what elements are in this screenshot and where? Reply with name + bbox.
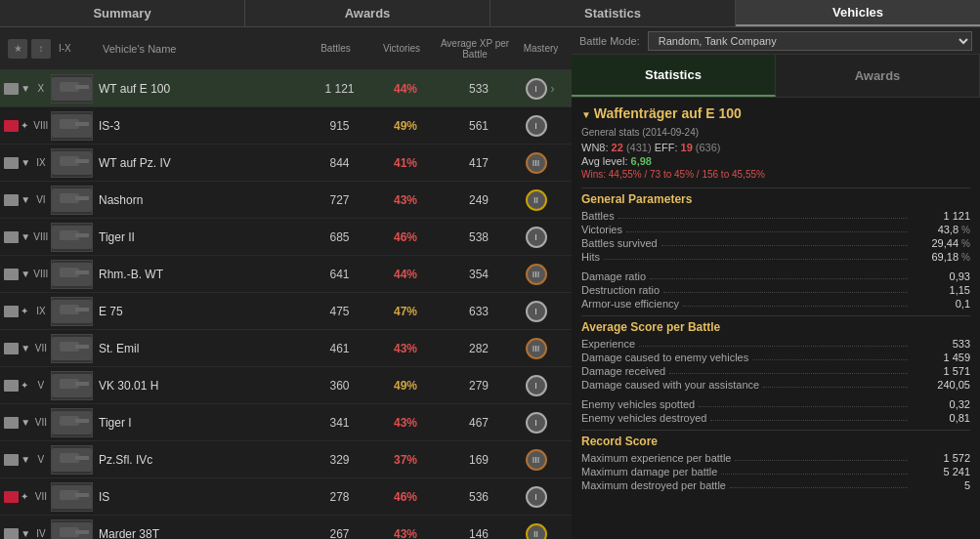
stat-dotted [650,270,908,279]
mastery-badge: I [526,375,547,396]
stat-row: Maximum damage per battle 5 241 [581,466,970,477]
type-icon: ▼ [21,231,30,242]
vehicle-row[interactable]: ▼ IX WT auf Pz. IV 844 41% 417 III [0,145,572,182]
vehicle-row[interactable]: ✦ VII IS 278 46% 536 I [0,478,572,516]
col-victories[interactable]: Victories [367,43,436,54]
mastery-badge: III [526,152,547,174]
type-icon: ✦ [21,120,30,131]
vehicle-name: Tiger I [93,416,308,430]
vehicle-victories: 46% [371,230,440,244]
vehicle-battles: 475 [308,305,371,318]
tank-shape [52,374,92,397]
vehicle-victories: 47% [371,305,440,318]
battle-mode-select[interactable]: Random, Tank Company [648,31,972,51]
vehicle-victories: 49% [371,119,440,133]
tier-badge: IX [32,306,49,316]
ussr-flag [4,491,19,503]
type-icon: ▼ [21,194,30,205]
vehicle-row[interactable]: ▼ VI Nashorn 727 43% 249 II [0,182,572,219]
vehicle-battles: 1 121 [308,82,371,96]
germany-flag [4,454,19,466]
vehicle-battles: 329 [308,453,371,467]
vehicle-row[interactable]: ▼ VIII Rhm.-B. WT 641 44% 354 III [0,256,572,293]
tier-badge: IX [32,157,49,168]
tank-thumbnail [51,519,93,540]
vehicle-battles: 915 [308,119,371,133]
vehicle-mastery: I [518,301,572,322]
vehicle-row[interactable]: ▼ X WT auf E 100 1 121 44% 533 I › [0,70,572,107]
vehicle-row[interactable]: ✦ VIII IS-3 915 49% 561 I [0,107,572,145]
stats-sections: General Parameters Battles 1 121 Victori… [581,187,970,491]
stat-row: Damage caused to enemy vehicles 1 459 [581,352,970,363]
col-battles[interactable]: Battles [304,43,367,54]
vehicle-row[interactable]: ▼ VII St. Emil 461 43% 282 III [0,330,572,367]
stat-row: Damage received 1 571 [581,365,970,377]
vehicle-row[interactable]: ▼ VII Tiger I 341 43% 467 I [0,404,572,441]
vehicle-row[interactable]: ✦ IX E 75 475 47% 633 I [0,293,572,330]
stat-label: Maximum destroyed per battle [581,479,726,491]
sub-tabs: Statistics Awards [572,55,980,98]
vehicle-mastery: I [518,115,572,137]
stats-content: Waffenträger auf E 100 General stats (20… [572,98,980,539]
stat-row: Damage caused with your assistance 240,0… [581,379,970,391]
tier-badge: X [32,83,49,94]
vehicle-victories: 43% [371,342,440,355]
tank-thumbnail [51,445,93,475]
vehicle-mastery: I › [518,78,572,100]
vehicle-mastery: I [518,412,572,434]
sort-icon[interactable]: ↕ [31,39,51,59]
tank-thumbnail [51,74,93,104]
vehicle-row[interactable]: ▼ VIII Tiger II 685 46% 538 I [0,219,572,256]
tank-shape [52,151,92,175]
type-icon: ▼ [21,157,30,168]
stat-dotted [669,365,908,374]
general-stats-header: General stats (2014-09-24) [581,127,970,138]
vehicle-avgxp: 536 [440,490,518,504]
tier-badge: VIII [32,231,49,242]
star-icon[interactable]: ★ [8,39,27,59]
stat-label: Damage received [581,365,665,377]
stat-row: Maximum destroyed per battle 5 [581,479,970,491]
germany-flag [4,83,19,95]
battle-mode-bar: Battle Mode: Random, Tank Company [572,27,980,55]
germany-flag [4,380,19,392]
tab-awards[interactable]: Awards [245,0,490,26]
stat-label: Victories [581,224,622,235]
mastery-badge: III [526,338,547,359]
stat-dotted [699,398,908,407]
sub-tab-awards[interactable]: Awards [776,55,980,97]
tab-statistics[interactable]: Statistics [490,0,736,26]
tab-summary[interactable]: Summary [0,0,245,26]
col-mastery[interactable]: Mastery [514,43,568,54]
tier-badge: VI [32,194,49,205]
stat-row: Destruction ratio 1,15 [581,284,970,296]
vehicle-battles: 727 [308,193,371,207]
sub-tab-statistics[interactable]: Statistics [572,55,776,97]
vehicle-row[interactable]: ▼ IV Marder 38T 267 43% 146 II [0,516,572,539]
vehicle-victories: 43% [371,416,440,430]
vehicle-row[interactable]: ✦ V VK 30.01 H 360 49% 279 I [0,367,572,404]
tab-vehicles[interactable]: Vehicles [736,0,980,26]
expand-icon[interactable]: › [551,82,565,96]
vehicle-avgxp: 533 [440,82,518,96]
stat-value: 0,93 [912,270,970,282]
vehicle-mastery: III [518,449,572,471]
stat-dotted [683,298,908,307]
stat-label: Armor-use efficiency [581,298,679,310]
vehicle-name: WT auf Pz. IV [93,156,308,170]
type-icon: ▼ [21,454,30,465]
tank-shape [52,522,92,540]
mastery-badge: III [526,264,547,285]
type-icon: ✦ [21,306,30,316]
vehicle-flags: ▼ V [0,445,93,475]
vehicle-row[interactable]: ▼ V Pz.Sfl. IVc 329 37% 169 III [0,441,572,478]
tank-thumbnail [51,297,93,326]
col-avgxp[interactable]: Average XP per Battle [436,38,514,60]
vehicle-flags: ▼ X [0,74,93,104]
tank-thumbnail [51,186,93,215]
stat-label: Enemy vehicles destroyed [581,412,706,424]
stat-row: Hits 69,18 % [581,251,970,263]
vehicle-name: IS-3 [93,119,308,133]
vehicle-avgxp: 249 [440,193,518,207]
stat-row: Maximum experience per battle 1 572 [581,452,970,464]
